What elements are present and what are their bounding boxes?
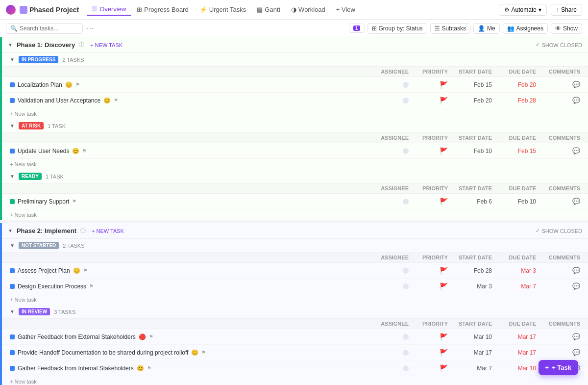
comment-icon[interactable]: 💬 <box>572 267 580 274</box>
priority-cell: 🚩 <box>409 349 448 357</box>
chevron-down-icon: ▾ <box>539 6 541 13</box>
start-date-cell: Mar 17 <box>448 349 492 356</box>
app-title: Phased Project <box>29 6 79 14</box>
comment-icon[interactable]: 💬 <box>572 333 580 340</box>
more-options-icon[interactable]: ··· <box>87 24 93 33</box>
share-button[interactable]: ↑Share <box>551 4 582 16</box>
add-task-row[interactable]: + New task <box>2 294 588 305</box>
me-chip[interactable]: 👤Me <box>473 23 500 34</box>
task-row[interactable]: Assess Project Plan 😊 ⚑ 🚩 Feb 28 Mar 3 <box>2 263 588 279</box>
comment-icon[interactable]: 💬 <box>572 97 580 104</box>
automate-button[interactable]: ⚙Automate▾ <box>499 4 547 16</box>
new-task-link[interactable]: + NEW TASK <box>92 228 124 234</box>
phase-header-discovery[interactable]: ▼ Phase 1: Discovery ⓘ + NEW TASK ✓ SHOW… <box>2 37 588 53</box>
task-name[interactable]: Gather Feedback from Internal Stakeholde… <box>18 365 134 372</box>
assignee-cell <box>369 148 409 154</box>
task-name[interactable]: Assess Project Plan <box>18 267 70 274</box>
add-task-row[interactable]: + New task <box>2 159 588 170</box>
col-start-date: START DATE <box>448 69 492 75</box>
task-row[interactable]: Validation and User Acceptance 😊 ⚑ 🚩 Feb… <box>2 93 588 108</box>
task-row[interactable]: Provide Handoff Documentation to be shar… <box>2 345 588 360</box>
chevron-icon: ▼ <box>10 57 15 62</box>
task-row[interactable]: Update User Needs 😊 ⚑ 🚩 Feb 10 Feb 15 <box>2 143 588 159</box>
task-name[interactable]: Preliminary Support <box>18 198 69 205</box>
assignees-chip[interactable]: 👥Assignees <box>503 23 548 34</box>
flag-icon: ⚑ <box>82 148 87 154</box>
task-count: 2 TASKS <box>63 243 84 249</box>
col-assignee: ASSIGNEE <box>369 135 409 141</box>
chevron-icon: ▼ <box>10 243 15 248</box>
tab-add-view[interactable]: + View <box>331 3 360 16</box>
comment-icon[interactable]: 💬 <box>572 282 580 290</box>
start-date-cell: Mar 10 <box>448 334 492 340</box>
group-by-chip[interactable]: ⊞Group by: Status <box>368 23 427 34</box>
flag-icon: ⚑ <box>114 98 118 103</box>
priority-flag-icon: 🚩 <box>440 81 448 89</box>
add-task-button[interactable]: + + Task <box>539 360 578 375</box>
share-icon: ↑ <box>556 6 559 13</box>
start-date-cell: Feb 20 <box>448 97 492 104</box>
comment-icon[interactable]: 💬 <box>572 198 580 205</box>
due-date: Feb 15 <box>518 148 536 154</box>
add-task-row[interactable]: + New task <box>2 376 588 385</box>
tab-urgent-tasks[interactable]: ⚡Urgent Tasks <box>195 3 251 16</box>
new-task-link[interactable]: + NEW TASK <box>90 42 122 48</box>
tab-progress-board[interactable]: ⊞Progress Board <box>132 3 193 16</box>
task-name[interactable]: Validation and User Acceptance <box>18 97 100 104</box>
col-start-date: START DATE <box>448 255 492 260</box>
tab-workload[interactable]: ◑Workload <box>286 3 330 16</box>
task-dot <box>10 334 15 339</box>
due-date: Feb 20 <box>518 81 536 88</box>
task-emoji: 🔴 <box>139 334 146 340</box>
task-name[interactable]: Update User Needs <box>18 148 69 154</box>
show-closed-button[interactable]: ✓ SHOW CLOSED <box>536 42 582 48</box>
priority-cell: 🚩 <box>409 267 448 275</box>
info-icon: ⓘ <box>79 41 84 49</box>
phase-title: Phase 1: Discovery <box>17 41 75 49</box>
avatar <box>403 82 409 88</box>
add-task-row[interactable]: + New task <box>2 209 588 220</box>
task-emoji: 😊 <box>65 81 73 88</box>
assignee-cell <box>369 334 409 340</box>
status-badge: IN PROGRESS <box>19 56 58 63</box>
nav-right: ⚙Automate▾ ↑Share <box>499 4 582 16</box>
due-date-cell: Feb 10 <box>492 198 536 205</box>
task-name[interactable]: Gather Feedback from External Stakeholde… <box>18 334 136 340</box>
tab-gantt[interactable]: ▤Gantt <box>252 3 285 16</box>
phases-container: ▼ Phase 1: Discovery ⓘ + NEW TASK ✓ SHOW… <box>0 37 588 385</box>
task-row[interactable]: Gather Feedback from External Stakeholde… <box>2 329 588 345</box>
start-date: Feb 6 <box>477 198 492 205</box>
task-row[interactable]: Preliminary Support ⚑ 🚩 Feb 6 Feb 10 <box>2 194 588 209</box>
task-name[interactable]: Localization Plan <box>18 81 62 88</box>
avatar <box>403 148 409 154</box>
show-closed-button[interactable]: ✓ SHOW CLOSED <box>536 228 582 234</box>
search-box[interactable]: 🔍 <box>6 23 83 34</box>
automate-icon: ⚙ <box>504 6 510 13</box>
comment-icon[interactable]: 💬 <box>572 81 580 88</box>
subtasks-chip[interactable]: ☰Subtasks <box>430 23 470 34</box>
comment-icon[interactable]: 💬 <box>572 147 580 154</box>
task-name[interactable]: Design Execution Process <box>18 283 86 290</box>
task-name[interactable]: Provide Handoff Documentation to be shar… <box>18 349 188 356</box>
priority-cell: 🚩 <box>409 282 448 290</box>
task-row[interactable]: Design Execution Process ⚑ 🚩 Mar 3 Mar 7 <box>2 279 588 294</box>
comment-icon[interactable]: 💬 <box>572 349 580 356</box>
task-name-cell: Assess Project Plan 😊 ⚑ <box>10 267 369 274</box>
task-row[interactable]: Localization Plan 😊 ⚑ 🚩 Feb 15 Feb 20 <box>2 77 588 93</box>
filter-chip[interactable]: 1 <box>349 24 365 33</box>
phase-implement: ▼ Phase 2: Implement ⓘ + NEW TASK ✓ SHOW… <box>0 223 588 385</box>
info-icon: ⓘ <box>80 227 86 234</box>
priority-cell: 🚩 <box>409 97 448 104</box>
start-date-cell: Feb 28 <box>448 267 492 274</box>
comment-cell: 💬 <box>536 349 580 356</box>
tab-overview[interactable]: ☰Overview <box>87 3 131 16</box>
show-chip[interactable]: 👁Show <box>551 23 582 34</box>
add-task-row[interactable]: + New task <box>2 108 588 119</box>
due-date-cell: Mar 3 <box>492 267 536 274</box>
comment-cell: 💬 <box>536 97 580 104</box>
phase-header-implement[interactable]: ▼ Phase 2: Implement ⓘ + NEW TASK ✓ SHOW… <box>2 223 588 239</box>
comment-cell: 💬 <box>536 267 580 274</box>
task-dot <box>10 149 15 154</box>
search-input[interactable] <box>20 25 78 32</box>
task-row[interactable]: Gather Feedback from Internal Stakeholde… <box>2 360 588 376</box>
